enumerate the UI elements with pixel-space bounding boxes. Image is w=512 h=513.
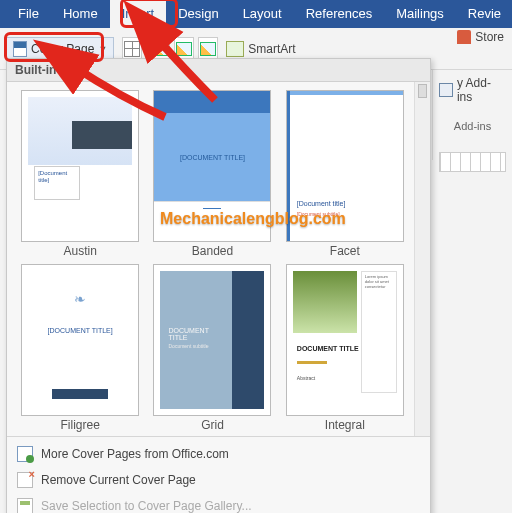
template-label: Banded [192, 244, 233, 258]
save-to-gallery: Save Selection to Cover Page Gallery... [11, 493, 426, 513]
template-label: Integral [325, 418, 365, 432]
template-thumbnail: [Document title] [21, 90, 139, 242]
doc-title-placeholder: DOCUMENT TITLE [297, 345, 359, 352]
table-icon[interactable] [122, 37, 142, 61]
doc-subtitle-placeholder: Document subtitle [168, 343, 226, 349]
save-icon [17, 498, 33, 513]
doc-subtitle-placeholder: [Document subtitle] [297, 211, 340, 217]
picture-icon[interactable] [150, 37, 170, 61]
smartart-label: SmartArt [248, 42, 295, 56]
template-filigree[interactable]: ❧ [DOCUMENT TITLE] Filigree [17, 264, 143, 432]
doc-subtitle-placeholder: Abstract [297, 375, 315, 381]
dropdown-section-header: Built-in [7, 59, 430, 82]
more-cover-pages[interactable]: More Cover Pages from Office.com [11, 441, 426, 467]
gallery-scrollbar[interactable] [414, 82, 430, 436]
ornament-icon: ❧ [74, 291, 86, 307]
cover-page-icon [13, 41, 27, 57]
template-thumbnail: [DOCUMENT TITLE] [153, 90, 271, 242]
cover-page-label: Cover Page [31, 42, 94, 56]
tab-design[interactable]: Design [166, 0, 230, 28]
tab-file[interactable]: File [6, 0, 51, 28]
save-to-gallery-label: Save Selection to Cover Page Gallery... [41, 499, 252, 513]
smartart-icon [226, 41, 244, 57]
table-group [122, 37, 142, 61]
store-label: Store [475, 30, 504, 44]
online-picture-icon[interactable] [174, 37, 194, 61]
doc-title-placeholder: [DOCUMENT TITLE] [22, 327, 138, 334]
template-austin[interactable]: [Document title] Austin [17, 90, 143, 258]
store-button[interactable]: Store [457, 30, 504, 44]
smartart-button[interactable]: SmartArt [226, 41, 295, 57]
cover-page-dropdown: Built-in [Document title] Austin [DOCUME… [6, 58, 431, 513]
doc-title-placeholder: [Document title] [34, 166, 80, 200]
dropdown-footer: More Cover Pages from Office.com Remove … [7, 436, 430, 513]
cover-page-gallery: [Document title] Austin [DOCUMENT TITLE]… [7, 82, 414, 436]
doc-title-placeholder: [DOCUMENT TITLE] [154, 113, 270, 201]
template-facet[interactable]: [Document title] [Document subtitle] Fac… [282, 90, 408, 258]
template-label: Austin [63, 244, 96, 258]
template-label: Grid [201, 418, 224, 432]
addins-panel: y Add-ins Add-ins [432, 70, 512, 160]
store-icon [457, 30, 471, 44]
doc-title-placeholder: DOCUMENT TITLE [168, 327, 226, 341]
template-banded[interactable]: [DOCUMENT TITLE] Banded [149, 90, 275, 258]
tab-mailings[interactable]: Mailings [384, 0, 456, 28]
tab-references[interactable]: References [294, 0, 384, 28]
tab-layout[interactable]: Layout [231, 0, 294, 28]
template-thumbnail: ❧ [DOCUMENT TITLE] [21, 264, 139, 416]
office-cloud-icon [17, 446, 33, 462]
cover-page-button[interactable]: Cover Page ▼ [6, 37, 114, 61]
template-label: Filigree [60, 418, 99, 432]
remove-cover-page[interactable]: Remove Current Cover Page [11, 467, 426, 493]
template-label: Facet [330, 244, 360, 258]
illustrations-group [150, 37, 218, 61]
template-thumbnail: DOCUMENT TITLE Document subtitle [153, 264, 271, 416]
my-addins-button[interactable]: y Add-ins [439, 76, 506, 104]
more-cover-pages-label: More Cover Pages from Office.com [41, 447, 229, 461]
my-addins-label: y Add-ins [457, 76, 506, 104]
tab-home[interactable]: Home [51, 0, 110, 28]
template-integral[interactable]: Lorem ipsum dolor sit amet consectetur D… [282, 264, 408, 432]
tab-insert[interactable]: Insert [110, 0, 167, 28]
ruler [439, 152, 506, 172]
addins-icon [439, 83, 453, 97]
template-thumbnail: Lorem ipsum dolor sit amet consectetur D… [286, 264, 404, 416]
shapes-icon[interactable] [198, 37, 218, 61]
remove-cover-page-label: Remove Current Cover Page [41, 473, 196, 487]
ribbon-tabbar: File Home Insert Design Layout Reference… [0, 0, 512, 28]
chevron-down-icon: ▼ [98, 44, 107, 54]
template-grid[interactable]: DOCUMENT TITLE Document subtitle Grid [149, 264, 275, 432]
doc-title-placeholder: [Document title] [297, 200, 393, 207]
template-thumbnail: [Document title] [Document subtitle] [286, 90, 404, 242]
tab-review[interactable]: Revie [456, 0, 512, 28]
addins-group-label: Add-ins [439, 120, 506, 132]
remove-icon [17, 472, 33, 488]
